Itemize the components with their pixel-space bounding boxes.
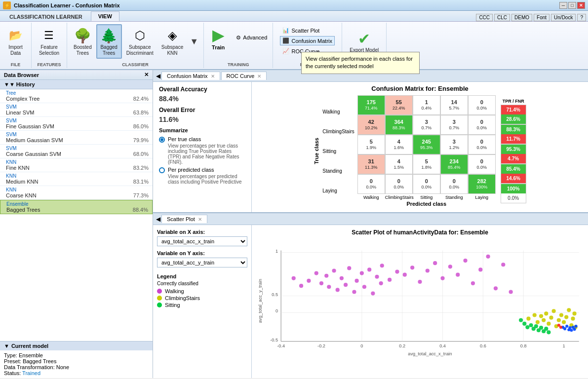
scatter-plot-button[interactable]: 📊 Scatter Plot	[280, 26, 335, 35]
sidebar-close-icon[interactable]: ✕	[144, 72, 149, 78]
svg-point-54	[319, 281, 323, 285]
roc-curve-tab-close[interactable]: ✕	[257, 74, 261, 79]
maximize-button[interactable]: □	[568, 2, 576, 9]
confusion-matrix-button[interactable]: ⬛ Confusion Matrix	[280, 36, 335, 45]
tab-classification-learner[interactable]: CLASSIFICATION LEARNER	[2, 12, 90, 21]
model-transform: Data Transformation: None	[4, 364, 149, 370]
list-item[interactable]: SVM Medium Gaussian SVM 79.9%	[0, 131, 153, 145]
tab-view[interactable]: VIEW	[91, 11, 119, 21]
boosted-trees-label: BoostedTrees	[74, 44, 92, 56]
svg-text:-0.4: -0.4	[277, 343, 285, 348]
train-button[interactable]: ▶ Train	[207, 24, 230, 59]
per-predicted-class-radio[interactable]: Per predicted class View percentages per…	[159, 167, 245, 185]
window-controls[interactable]: ─ □ ✕	[559, 2, 585, 9]
tab-confusion-matrix[interactable]: Confusion Matrix ✕	[161, 72, 220, 80]
cm-cell-3-3: 24595.3%	[413, 135, 440, 154]
list-item[interactable]: SVM Fine Gaussian SVM 86.0%	[0, 117, 153, 131]
svg-text:0.6: 0.6	[480, 343, 486, 348]
boosted-trees-button[interactable]: 🌳 BoostedTrees	[70, 25, 95, 58]
per-pred-label: Per predicted class	[168, 167, 245, 173]
model-preset: Preset: Bagged Trees	[4, 358, 149, 364]
feature-selection-button[interactable]: ☰ FeatureSelection	[36, 25, 63, 58]
list-item-selected[interactable]: Ensemble Bagged Trees 88.4%	[0, 200, 153, 214]
ccc-button[interactable]: CCC	[476, 14, 493, 21]
accuracy-title: Overall Accuracy	[159, 86, 245, 93]
svg-point-86	[534, 324, 538, 328]
cm-cell-1-4: 145.7%	[440, 95, 468, 115]
list-item[interactable]: KNN Fine KNN 83.2%	[0, 158, 153, 172]
tab-prev[interactable]: ◀	[155, 72, 161, 80]
cm-cell-4-3: 51.8%	[413, 154, 440, 174]
clc-button[interactable]: CLC	[494, 14, 510, 21]
classifier-label: CLASSIFIER	[67, 62, 203, 67]
svg-point-39	[426, 268, 430, 272]
help-button[interactable]: ?	[577, 14, 586, 21]
svg-point-27	[340, 276, 344, 280]
import-data-button[interactable]: 📂 ImportData	[3, 25, 28, 58]
demo-button[interactable]: DEMO	[511, 14, 532, 21]
subspace-discriminant-button[interactable]: ⬡ SubspaceDiscriminant	[123, 25, 157, 58]
history-label: ▼ History	[9, 81, 35, 87]
list-item[interactable]: SVM Coarse Gaussian SVM 68.0%	[0, 145, 153, 158]
svg-point-70	[552, 309, 556, 313]
scatter-tab-prev[interactable]: ◀	[155, 215, 161, 224]
cm-cell-1-2: 5522.4%	[385, 95, 413, 115]
list-item[interactable]: KNN Coarse KNN 77.3%	[0, 186, 153, 200]
current-model-header[interactable]: ▼ Current model	[0, 341, 153, 350]
climbing-dot	[157, 296, 162, 301]
close-button[interactable]: ✕	[577, 2, 585, 9]
scatter-svg: 1 0.5 0 -0.5 -0.4 -0.2 0 0.2 0.4 0.6	[256, 238, 584, 369]
minimize-button[interactable]: ─	[559, 2, 567, 9]
svg-point-91	[547, 330, 550, 334]
cm-cell-5-5: 282100%	[468, 174, 496, 194]
history-section[interactable]: ▼ ▼ History	[0, 80, 153, 89]
cm-cell-5-2: 00.0%	[385, 174, 413, 194]
tab-roc-curve[interactable]: ROC Curve ✕	[221, 72, 267, 80]
svg-point-56	[336, 288, 340, 292]
sidebar: Data Browser ✕ ▼ ▼ History Tree Complex …	[0, 70, 153, 378]
list-item[interactable]: SVM Linear SVM 63.8%	[0, 103, 153, 117]
svg-point-84	[529, 323, 533, 327]
advanced-button[interactable]: ⚙ Advanced	[234, 33, 270, 42]
cm-cell-5-3: 00.0%	[413, 174, 440, 194]
svg-point-53	[292, 276, 296, 280]
legend-climbing: ClimbingStairs	[157, 295, 247, 301]
file-section: 📂 ImportData FILE	[0, 23, 32, 68]
bagged-trees-button[interactable]: 🌲 BaggedTrees	[96, 24, 122, 59]
undock-button[interactable]: Un/Dock	[551, 14, 576, 21]
cm-cell-2-4: 30.7%	[440, 115, 468, 135]
svg-point-28	[347, 266, 351, 270]
subspace-knn-button[interactable]: ◈ SubspaceKNN	[158, 25, 187, 58]
list-item[interactable]: Tree Complex Tree 82.4%	[0, 89, 153, 103]
svg-text:0.5: 0.5	[272, 292, 278, 297]
advanced-label: Advanced	[243, 35, 267, 40]
list-item[interactable]: KNN Medium KNN 83.1%	[0, 172, 153, 186]
svg-point-41	[440, 276, 444, 280]
tab-scatter-plot[interactable]: Scatter Plot ✕	[161, 215, 207, 223]
radio-pred-indicator	[159, 167, 165, 173]
app-title: Classification Learner - Confusion Matri…	[14, 2, 559, 8]
export-model-button[interactable]: ✔ Export Model	[346, 28, 382, 55]
svg-point-49	[501, 263, 505, 266]
x-axis-select[interactable]: avg_total_acc_x_train	[157, 236, 247, 246]
tpr-column: TPR / FNR 71.4% 28.6% 88.3% 11.7%	[501, 99, 526, 203]
per-true-class-radio[interactable]: Per true class View percentages per true…	[159, 136, 245, 165]
y-axis-select[interactable]: avg_total_acc_y_train	[157, 258, 247, 267]
file-label: FILE	[0, 62, 31, 67]
confusion-matrix-tab-close[interactable]: ✕	[211, 74, 215, 79]
svg-text:-0.2: -0.2	[317, 343, 325, 348]
font-button[interactable]: Font	[534, 14, 549, 21]
svg-text:avg_total_acc_y_train: avg_total_acc_y_train	[258, 279, 263, 323]
scatter-plot-tab-close[interactable]: ✕	[198, 217, 202, 222]
cm-grid: 17571.4% 5522.4% 10.4% 145.7% 00.0% 4210…	[357, 95, 496, 207]
right-panels: ◀ Confusion Matrix ✕ ROC Curve ✕ Overall…	[153, 70, 588, 378]
svg-point-31	[367, 267, 371, 271]
title-bar: ⚡ Classification Learner - Confusion Mat…	[0, 0, 588, 11]
svg-point-51	[307, 279, 311, 283]
confusion-matrix-display: Confusion Matrix for: Ensemble True clas…	[252, 82, 588, 212]
svg-point-47	[486, 255, 490, 259]
cm-cell-4-4: 23485.4%	[440, 154, 468, 174]
classifier-dropdown[interactable]: ▼	[188, 37, 200, 47]
confusion-matrix-label: Confusion Matrix	[291, 38, 332, 44]
legend-section: Legend Correctly classified Walking Clim…	[157, 273, 247, 309]
